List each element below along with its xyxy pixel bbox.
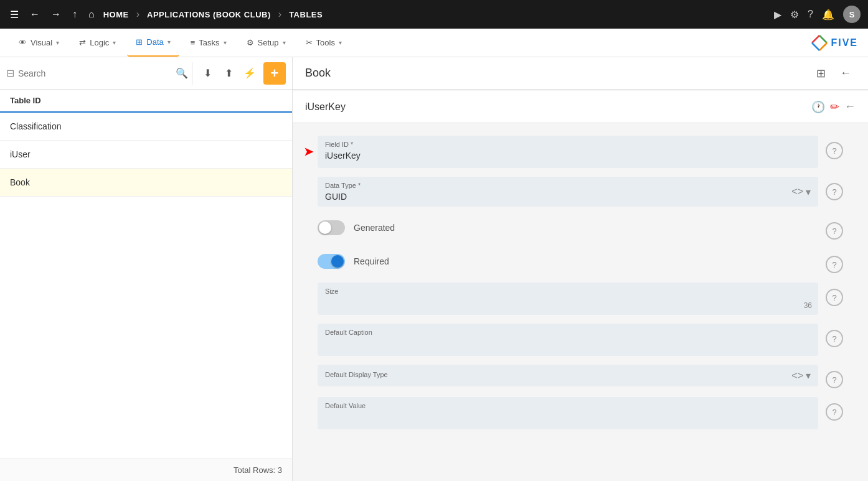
svg-line-1 (819, 35, 827, 43)
bell-icon[interactable]: 🔔 (822, 9, 834, 21)
edit-icon[interactable]: ✏ (830, 100, 839, 114)
tasks-icon: ≡ (191, 38, 196, 47)
avatar[interactable]: S (843, 6, 861, 23)
home-icon[interactable]: ⌂ (86, 6, 97, 22)
help-datatype-icon[interactable]: ? (826, 183, 843, 200)
upload-button[interactable]: ⬆ (219, 63, 238, 83)
sidebar-list: Classification iUser Book (0, 113, 292, 459)
field-id-field: Field ID * iUserKey ➤ (318, 136, 818, 168)
required-toggle[interactable] (318, 254, 345, 269)
sidebar: ⊟ 🔍 ⬇ ⬆ ⚡ + Table ID Classification iUse… (0, 57, 293, 481)
nav-setup[interactable]: ⚙ Setup ▾ (238, 29, 295, 57)
field-header: iUserKey 🕐 ✏ ← (293, 91, 868, 123)
nav-data-arrow: ▾ (167, 39, 171, 45)
nav-tasks[interactable]: ≡ Tasks ▾ (182, 29, 235, 57)
nav-tasks-arrow: ▾ (224, 39, 227, 46)
eye-icon: 👁 (19, 38, 27, 47)
nav-visual-arrow: ▾ (56, 39, 59, 46)
default-value-row: Default Value ? (318, 397, 843, 429)
help-caption-icon[interactable]: ? (826, 330, 843, 347)
svg-line-2 (812, 43, 819, 50)
help-nav-icon[interactable]: ? (808, 9, 813, 20)
help-generated-icon[interactable]: ? (826, 222, 843, 240)
add-button[interactable]: + (263, 62, 286, 85)
five-logo: FIVE (809, 33, 858, 53)
help-displaytype-icon[interactable]: ? (826, 371, 843, 388)
flash-button[interactable]: ⚡ (240, 63, 260, 83)
default-display-type-label: Default Display Type (325, 371, 791, 378)
field-title: iUserKey (305, 101, 811, 113)
size-number: 36 (804, 301, 812, 310)
svg-line-3 (819, 43, 827, 50)
up-icon[interactable]: ↑ (70, 6, 80, 22)
red-arrow-fieldid: ➤ (304, 145, 313, 159)
breadcrumb-tables[interactable]: TABLES (289, 10, 323, 19)
default-caption-row: Default Caption ? (318, 324, 843, 356)
nav-logic-arrow: ▾ (113, 39, 116, 46)
nav-tools-label: Tools (316, 38, 335, 47)
list-item-book[interactable]: Book (0, 169, 292, 197)
generated-toggle[interactable] (318, 220, 345, 235)
nav-data-label: Data (146, 37, 163, 47)
help-size-icon[interactable]: ? (826, 289, 843, 306)
form-area: Field ID * iUserKey ➤ ? Data Type * GUID… (293, 123, 868, 481)
data-type-chevron-icon: ▾ (806, 186, 811, 198)
hamburger-icon[interactable]: ☰ (7, 6, 21, 23)
top-nav-actions: ▶ ⚙ ? 🔔 S (774, 6, 861, 23)
search-nav-icon[interactable]: ⚙ (790, 9, 799, 21)
nav-visual[interactable]: 👁 Visual ▾ (10, 29, 68, 57)
gear-icon: ⚙ (247, 38, 254, 47)
svg-line-0 (812, 35, 819, 43)
data-type-value: GUID (325, 192, 791, 202)
field-id-label: Field ID * (325, 141, 811, 148)
content-header-actions: ⊞ ← (811, 63, 856, 83)
tools-icon: ✂ (306, 38, 313, 47)
generated-row: Generated ? (318, 215, 843, 240)
list-item-iuser[interactable]: iUser (0, 141, 292, 169)
back-field-icon[interactable]: ← (844, 100, 856, 113)
grid-view-icon[interactable]: ⊞ (811, 63, 831, 83)
data-type-dropdown-icons: <> ▾ (791, 186, 811, 198)
nav-setup-arrow: ▾ (283, 39, 286, 46)
breadcrumb-app[interactable]: APPLICATIONS (BOOK CLUB) (147, 10, 271, 19)
main-layout: ⊟ 🔍 ⬇ ⬆ ⚡ + Table ID Classification iUse… (0, 57, 868, 481)
nav-tools[interactable]: ✂ Tools ▾ (297, 29, 351, 57)
required-toggle-knob (331, 255, 344, 268)
field-id-value: iUserKey (325, 151, 811, 163)
default-display-type-row: Default Display Type <> ▾ ? (318, 365, 843, 388)
content-header: Book ⊞ ← (293, 57, 868, 90)
data-type-row: Data Type * GUID <> ▾ ? (318, 177, 843, 207)
nav-logic[interactable]: ⇄ Logic ▾ (70, 29, 125, 57)
download-button[interactable]: ⬇ (197, 63, 217, 83)
five-logo-text: FIVE (831, 37, 858, 49)
nav-logic-label: Logic (90, 38, 109, 47)
history-icon[interactable]: 🕐 (811, 100, 825, 114)
table-header: Table ID (0, 90, 292, 113)
breadcrumb-home[interactable]: HOME (103, 10, 129, 19)
field-header-actions: 🕐 ✏ ← (811, 100, 856, 114)
size-row: Size 36 ? (318, 283, 843, 315)
play-icon[interactable]: ▶ (774, 9, 781, 21)
generated-toggle-knob (319, 222, 331, 234)
nav-tools-arrow: ▾ (339, 39, 342, 46)
search-input[interactable] (18, 68, 172, 78)
default-value-label: Default Value (325, 402, 811, 409)
help-fieldid-icon[interactable]: ? (826, 142, 843, 159)
nav-setup-label: Setup (258, 38, 279, 47)
back-content-icon[interactable]: ← (836, 63, 856, 83)
forward-icon[interactable]: → (49, 6, 64, 22)
display-type-code-icon: <> (791, 370, 803, 381)
data-type-field[interactable]: Data Type * GUID <> ▾ (318, 177, 818, 207)
required-row: Required ? (318, 249, 843, 274)
content-title: Book (305, 67, 811, 80)
nav-data[interactable]: ⊞ Data ▾ (127, 29, 179, 57)
default-display-type-field[interactable]: Default Display Type <> ▾ (318, 365, 818, 386)
help-defaultvalue-icon[interactable]: ? (826, 403, 843, 421)
help-required-icon[interactable]: ? (826, 256, 843, 273)
filter-icon: ⊟ (6, 67, 14, 79)
search-icon[interactable]: 🔍 (176, 67, 188, 79)
generated-label: Generated (354, 223, 395, 233)
list-item-classification[interactable]: Classification (0, 113, 292, 141)
back-icon[interactable]: ← (27, 6, 42, 22)
main-content: Book ⊞ ← iUserKey 🕐 ✏ ← Field ID * iUser… (293, 57, 868, 481)
